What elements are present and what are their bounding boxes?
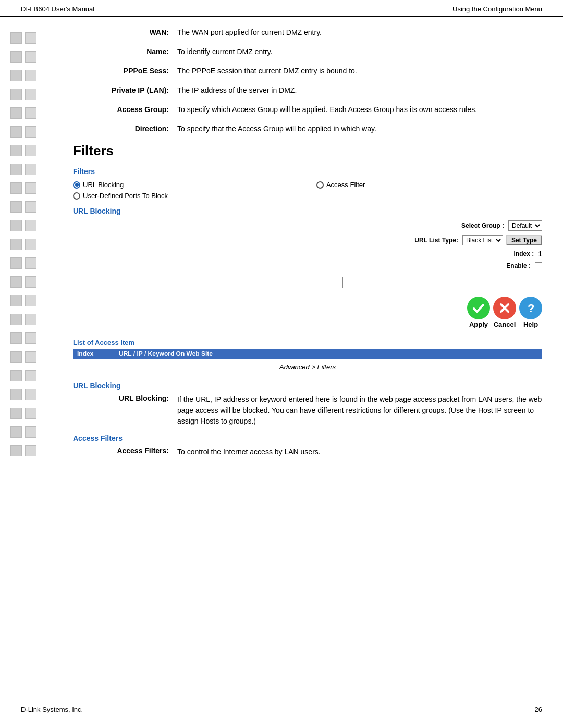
sidebar-block-16 [0, 314, 73, 325]
sidebar-square2 [25, 70, 36, 81]
expl-row-access-filters: Access Filters: To control the Internet … [73, 447, 542, 458]
url-list-type-dropdown[interactable]: Black List [462, 235, 503, 245]
radio-label-url-blocking: URL Blocking [83, 181, 124, 189]
sidebar-square2 [25, 220, 36, 231]
access-list-table: Index URL / IP / Keyword On Web Site [73, 349, 542, 359]
sidebar-square [10, 332, 22, 344]
sidebar-block-8 [0, 164, 73, 175]
set-type-button[interactable]: Set Type [506, 235, 542, 245]
sidebar-block-22 [0, 426, 73, 438]
url-blocking-section: URL Blocking Select Group : Default URL … [73, 207, 542, 371]
sidebar-square2 [25, 426, 36, 438]
enable-label: Enable : [468, 262, 531, 269]
enable-control [535, 262, 542, 269]
sidebar-square [10, 389, 22, 400]
url-list-type-control: Black List Set Type [462, 235, 542, 245]
enable-checkbox[interactable] [535, 262, 542, 269]
expl-label-access-filters: Access Filters: [73, 447, 177, 455]
sidebar-block-4 [0, 89, 73, 100]
field-label-private-ip: Private IP (LAN): [73, 85, 177, 94]
sidebar-square2 [25, 445, 36, 456]
field-value-direction: To specify that the Access Group will be… [177, 124, 542, 134]
expl-row-url-blocking: URL Blocking: If the URL, IP address or … [73, 394, 542, 427]
sidebar-block-15 [0, 295, 73, 306]
sidebar-square [10, 51, 22, 63]
expl-label-url-blocking: URL Blocking: [73, 394, 177, 402]
sidebar-square2 [25, 276, 36, 288]
form-row-url-list-type: URL List Type: Black List Set Type [73, 235, 542, 245]
radio-label-user-defined: User-Defined Ports To Block [83, 192, 168, 200]
cancel-button[interactable]: Cancel [493, 297, 516, 328]
sidebar-block-17 [0, 332, 73, 344]
sidebar-square2 [25, 107, 36, 119]
sidebar-square2 [25, 370, 36, 381]
sidebar-square [10, 89, 22, 100]
radio-url-blocking[interactable]: URL Blocking [73, 181, 124, 189]
select-group-control: Default [508, 220, 542, 231]
sidebar-block-1 [0, 32, 73, 44]
header-left: DI-LB604 User's Manual [21, 5, 94, 13]
cancel-label: Cancel [494, 320, 516, 328]
apply-label: Apply [469, 320, 488, 328]
action-buttons: Apply Cancel [73, 297, 542, 328]
field-label-wan: WAN: [73, 27, 177, 36]
sidebar-square [10, 426, 22, 438]
index-label: Index : [471, 250, 534, 257]
sidebar-square2 [25, 32, 36, 44]
sidebar-square2 [25, 145, 36, 156]
sidebar-square2 [25, 126, 36, 138]
field-value-name: To identify current DMZ entry. [177, 46, 542, 57]
radio-circle-url-blocking[interactable] [73, 181, 80, 189]
sidebar-block-18 [0, 351, 73, 363]
sidebar-square [10, 220, 22, 231]
sidebar-block-23 [0, 445, 73, 456]
expl-value-access-filters: To control the Internet access by LAN us… [177, 447, 542, 458]
field-label-name: Name: [73, 46, 177, 56]
sidebar-block-3 [0, 70, 73, 81]
sidebar-square [10, 201, 22, 213]
expl-url-blocking-title: URL Blocking [73, 381, 542, 390]
sidebar-square2 [25, 332, 36, 344]
index-control: 1 [538, 250, 542, 258]
apply-button[interactable]: Apply [467, 297, 490, 328]
radio-access-filter[interactable]: Access Filter [316, 181, 365, 189]
field-label-access-group: Access Group: [73, 104, 177, 114]
radio-circle-access-filter[interactable] [316, 181, 324, 189]
radio-circle-user-defined[interactable] [73, 192, 80, 200]
radio-user-defined[interactable]: User-Defined Ports To Block [73, 192, 168, 200]
url-blocking-subsection-label: URL Blocking [73, 207, 542, 215]
field-row-pppoe: PPPoE Sess: The PPPoE session that curre… [73, 66, 542, 77]
sidebar-square [10, 408, 22, 419]
sidebar-square2 [25, 351, 36, 363]
sidebar-block-2 [0, 51, 73, 63]
sidebar-square2 [25, 239, 36, 250]
explanation-section: URL Blocking URL Blocking: If the URL, I… [73, 381, 542, 458]
sidebar-square [10, 32, 22, 44]
page-header: DI-LB604 User's Manual Using the Configu… [0, 0, 563, 17]
sidebar-square [10, 351, 22, 363]
sidebar-square [10, 257, 22, 269]
field-row-name: Name: To identify current DMZ entry. [73, 46, 542, 57]
sidebar-square2 [25, 164, 36, 175]
select-group-dropdown[interactable]: Default [508, 220, 542, 231]
url-text-input[interactable] [145, 277, 343, 288]
caption: Advanced > Filters [73, 363, 542, 371]
field-label-pppoe: PPPoE Sess: [73, 66, 177, 75]
expl-access-filters: Access Filters Access Filters: To contro… [73, 434, 542, 458]
access-list-title: List of Access Item [73, 339, 542, 347]
sidebar-block-11 [0, 220, 73, 231]
access-list-section: List of Access Item Index URL / IP / Key… [73, 339, 542, 359]
help-button[interactable]: ? Help [519, 297, 542, 328]
help-icon: ? [519, 297, 542, 319]
radio-label-access-filter: Access Filter [326, 181, 365, 189]
expl-access-filters-title: Access Filters [73, 434, 542, 442]
col-header-index: Index [73, 349, 115, 359]
header-right: Using the Configuration Menu [452, 5, 542, 13]
sidebar-square [10, 107, 22, 119]
sidebar-square [10, 70, 22, 81]
sidebar-square2 [25, 51, 36, 63]
sidebar-square [10, 370, 22, 381]
form-row-select-group: Select Group : Default [73, 220, 542, 231]
field-value-private-ip: The IP address of the server in DMZ. [177, 85, 542, 96]
radio-row-1: URL Blocking Access Filter [73, 181, 542, 189]
